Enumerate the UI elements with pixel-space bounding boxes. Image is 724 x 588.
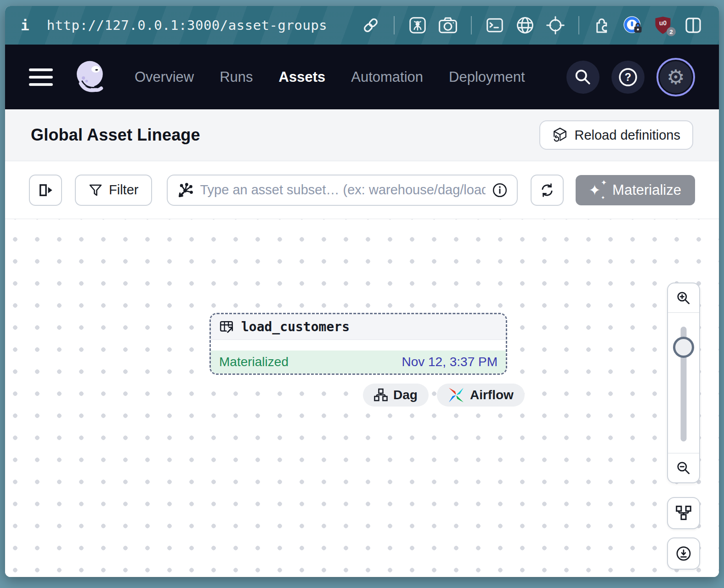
lineage-toolbar: Filter bbox=[5, 161, 719, 219]
help-button[interactable]: ? bbox=[611, 61, 645, 94]
asset-node-load-customers[interactable]: load_customers Materialized Nov 12, 3:37… bbox=[209, 313, 507, 375]
asset-node-status-row: Materialized Nov 12, 3:37 PM bbox=[211, 351, 506, 373]
ublock-shield-icon[interactable]: u0 2 bbox=[653, 15, 673, 35]
app-nav-bar: Overview Runs Assets Automation Deployme… bbox=[5, 45, 719, 109]
copy-link-icon[interactable] bbox=[361, 15, 381, 35]
panel-expand-icon bbox=[37, 182, 54, 198]
split-view-icon[interactable] bbox=[683, 15, 703, 35]
nav-item-assets[interactable]: Assets bbox=[279, 69, 326, 85]
zoom-controls bbox=[667, 283, 700, 483]
reload-definitions-label: Reload definitions bbox=[574, 128, 680, 143]
asset-graph-icon bbox=[177, 182, 193, 198]
toolbar-separator bbox=[394, 16, 395, 34]
browser-toolbar-icons: u0 2 bbox=[361, 15, 703, 35]
asset-node-body bbox=[211, 340, 506, 351]
zoom-out-button[interactable] bbox=[668, 453, 699, 482]
toolbar-separator bbox=[471, 16, 472, 34]
sparkles-icon: ✦ ✦ ✦ bbox=[589, 181, 605, 199]
menu-hamburger-icon[interactable] bbox=[29, 68, 53, 86]
tag-dag[interactable]: Dag bbox=[363, 384, 429, 407]
nav-actions: ? ⚙ bbox=[566, 58, 695, 96]
materialize-button[interactable]: ✦ ✦ ✦ Materialize bbox=[576, 175, 695, 205]
svg-text:u0: u0 bbox=[659, 19, 667, 27]
tag-airflow-label: Airflow bbox=[470, 388, 514, 402]
url-text[interactable]: http://127.0.0.1:3000/asset-groups bbox=[47, 17, 328, 33]
page-info-icon[interactable]: i bbox=[21, 17, 29, 34]
ublock-badge: 2 bbox=[667, 27, 676, 36]
search-button[interactable] bbox=[566, 61, 600, 94]
rearrange-layout-button[interactable] bbox=[667, 497, 700, 529]
materialized-timestamp: Nov 12, 3:37 PM bbox=[402, 355, 498, 369]
tag-airflow[interactable]: Airflow bbox=[437, 384, 525, 407]
lineage-canvas[interactable]: load_customers Materialized Nov 12, 3:37… bbox=[5, 219, 719, 577]
page-title: Global Asset Lineage bbox=[31, 125, 200, 145]
screenshot-icon[interactable] bbox=[438, 15, 458, 35]
svg-text:?: ? bbox=[625, 71, 631, 83]
zoom-out-icon bbox=[676, 460, 691, 476]
toolbar-separator bbox=[578, 16, 579, 34]
settings-button[interactable]: ⚙ bbox=[656, 58, 695, 96]
filter-button[interactable]: Filter bbox=[75, 175, 152, 206]
materialized-status: Materialized bbox=[219, 355, 288, 369]
download-image-button[interactable] bbox=[667, 537, 700, 570]
zoom-in-icon bbox=[676, 290, 691, 306]
refresh-icon bbox=[539, 182, 555, 198]
nav-item-deployment[interactable]: Deployment bbox=[449, 69, 525, 85]
reload-definitions-button[interactable]: Reload definitions bbox=[539, 120, 693, 150]
picker-target-icon[interactable] bbox=[545, 15, 566, 35]
asset-tags: Dag Airflow bbox=[363, 384, 525, 407]
layout-graph-icon bbox=[676, 505, 691, 521]
browser-url-bar: i http://127.0.0.1:3000/asset-groups bbox=[5, 6, 719, 45]
refresh-button[interactable] bbox=[531, 175, 564, 206]
nav-item-automation[interactable]: Automation bbox=[351, 69, 423, 85]
download-icon bbox=[675, 545, 692, 562]
extension-puzzle-icon[interactable] bbox=[592, 15, 612, 35]
search-icon bbox=[574, 68, 592, 86]
terminal-icon[interactable] bbox=[485, 15, 505, 35]
asset-subset-search[interactable] bbox=[167, 175, 518, 206]
asset-name: load_customers bbox=[241, 319, 350, 334]
filter-label: Filter bbox=[109, 182, 138, 198]
photos-extension-icon[interactable] bbox=[407, 15, 428, 35]
password-manager-icon[interactable] bbox=[622, 15, 643, 35]
nav-item-overview[interactable]: Overview bbox=[135, 69, 194, 85]
zoom-slider[interactable] bbox=[668, 313, 699, 453]
reload-cube-icon bbox=[552, 127, 568, 143]
gear-icon: ⚙ bbox=[667, 67, 684, 87]
help-icon: ? bbox=[618, 67, 638, 87]
asset-subset-input[interactable] bbox=[200, 182, 486, 198]
materialize-label: Materialize bbox=[612, 182, 681, 198]
globe-icon[interactable] bbox=[515, 15, 535, 35]
info-icon bbox=[492, 182, 508, 198]
asset-table-icon bbox=[219, 319, 235, 335]
nav-links: Overview Runs Assets Automation Deployme… bbox=[135, 69, 525, 85]
filter-funnel-icon bbox=[89, 183, 102, 197]
dag-icon bbox=[374, 388, 388, 402]
browser-window: i http://127.0.0.1:3000/asset-groups bbox=[5, 6, 719, 577]
page-header: Global Asset Lineage Reload definitions bbox=[5, 109, 719, 161]
toggle-sidebar-button[interactable] bbox=[29, 175, 62, 206]
nav-item-runs[interactable]: Runs bbox=[220, 69, 253, 85]
zoom-in-button[interactable] bbox=[668, 283, 699, 313]
tag-dag-label: Dag bbox=[393, 388, 418, 402]
zoom-slider-thumb[interactable] bbox=[673, 337, 694, 358]
airflow-icon bbox=[448, 387, 464, 403]
dagster-logo[interactable] bbox=[71, 57, 111, 97]
asset-node-header: load_customers bbox=[211, 314, 506, 340]
